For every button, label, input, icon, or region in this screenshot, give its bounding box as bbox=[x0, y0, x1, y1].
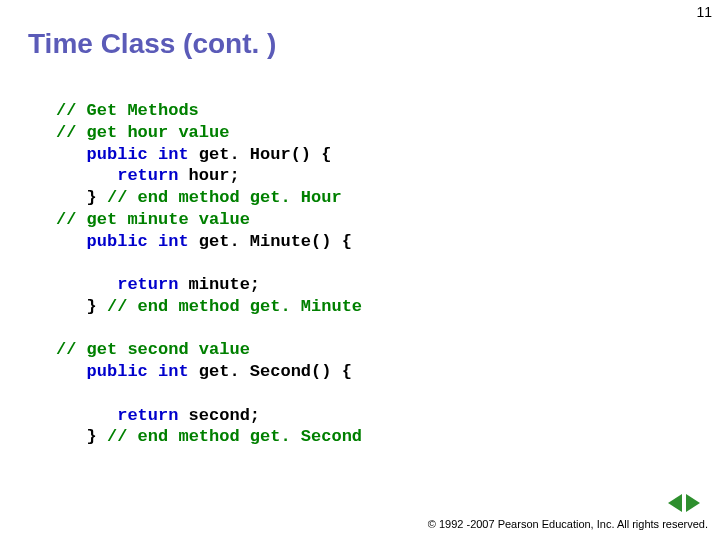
code-line: // get second value bbox=[56, 340, 250, 359]
page-number: 11 bbox=[696, 4, 712, 20]
code-token: int bbox=[148, 362, 189, 381]
copyright-footer: © 1992 -2007 Pearson Education, Inc. All… bbox=[428, 518, 708, 530]
code-token: } bbox=[56, 427, 107, 446]
code-token: // end method get. Minute bbox=[107, 297, 362, 316]
code-token: get. Second() { bbox=[189, 362, 352, 381]
code-line: // get minute value bbox=[56, 210, 250, 229]
prev-icon[interactable] bbox=[668, 494, 682, 512]
code-token: public bbox=[56, 362, 148, 381]
code-token: public bbox=[56, 145, 148, 164]
code-token: return bbox=[56, 275, 178, 294]
code-token: second; bbox=[178, 406, 260, 425]
code-token: } bbox=[56, 188, 107, 207]
code-token: return bbox=[56, 166, 178, 185]
code-token: int bbox=[148, 232, 189, 251]
code-line: // Get Methods bbox=[56, 101, 199, 120]
code-token: hour; bbox=[178, 166, 239, 185]
code-token: // end method get. Second bbox=[107, 427, 362, 446]
slide: 11 Time Class (cont. ) // Get Methods //… bbox=[0, 0, 720, 540]
code-token: get. Minute() { bbox=[189, 232, 352, 251]
code-token: } bbox=[56, 297, 107, 316]
code-line: // get hour value bbox=[56, 123, 229, 142]
nav-controls bbox=[668, 494, 700, 512]
code-token: minute; bbox=[178, 275, 260, 294]
slide-title: Time Class (cont. ) bbox=[28, 28, 276, 60]
code-token: // end method get. Hour bbox=[107, 188, 342, 207]
code-token: return bbox=[56, 406, 178, 425]
next-icon[interactable] bbox=[686, 494, 700, 512]
code-token: public bbox=[56, 232, 148, 251]
code-token: int bbox=[148, 145, 189, 164]
code-token: get. Hour() { bbox=[189, 145, 332, 164]
code-block: // Get Methods // get hour value public … bbox=[56, 100, 362, 448]
